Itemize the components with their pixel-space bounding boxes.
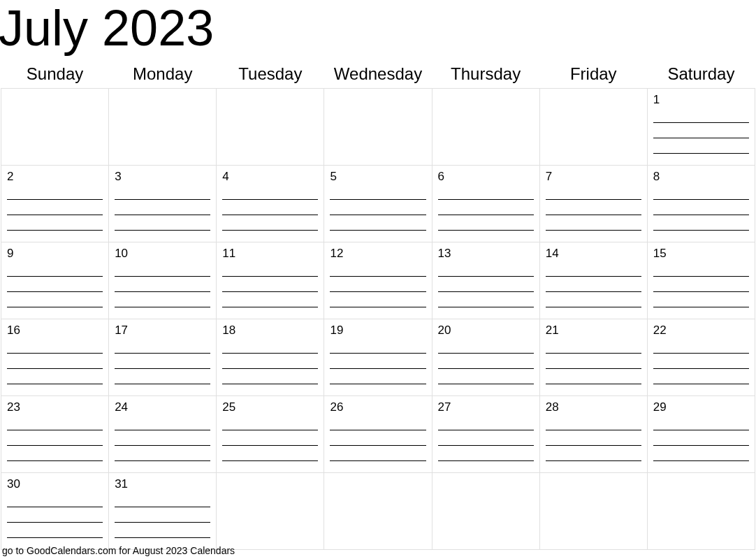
note-lines [7,261,103,307]
note-line [546,338,641,354]
note-line [546,215,641,231]
note-lines [115,492,210,538]
note-line [546,415,641,430]
note-line [653,369,749,384]
note-line [222,215,318,231]
note-lines [115,261,210,307]
calendar-day-cell: 18 [217,319,324,395]
day-number: 6 [438,170,534,184]
note-line [7,369,103,384]
note-line [438,369,534,384]
note-lines [653,338,749,384]
note-lines [7,338,103,384]
day-number: 1 [653,93,749,107]
calendar-day-cell: 25 [217,395,324,472]
note-line [222,415,318,430]
calendar-week-row: 16171819202122 [1,319,755,395]
day-number: 20 [438,324,534,337]
note-line [546,184,641,200]
day-number: 25 [222,400,318,414]
calendar-day-cell: 2 [1,165,109,242]
note-lines [330,415,426,461]
day-number: 4 [222,170,318,184]
calendar-day-cell: 3 [109,165,217,242]
calendar-day-cell: 19 [324,319,432,395]
note-line [653,261,749,277]
note-line [115,369,210,384]
note-line [330,446,426,461]
day-number: 8 [653,170,749,184]
calendar-grid: Sunday Monday Tuesday Wednesday Thursday… [1,61,755,550]
note-line [653,430,749,446]
note-lines [222,261,318,307]
calendar-day-cell: 1 [647,88,755,165]
day-number: 15 [653,247,749,261]
note-line [222,200,318,215]
calendar-day-cell [432,472,539,549]
calendar-day-cell: 12 [324,242,432,319]
note-lines [115,338,210,384]
day-number: 26 [330,400,426,414]
calendar-day-cell: 13 [432,242,539,319]
calendar-day-cell: 17 [109,319,217,395]
note-line [222,277,318,292]
note-line [7,446,103,461]
day-number: 19 [330,324,426,337]
day-number: 22 [653,324,749,337]
day-number: 7 [546,170,641,184]
note-line [653,215,749,231]
note-line [222,369,318,384]
day-number: 10 [115,247,210,261]
note-line [7,415,103,430]
note-line [7,338,103,354]
note-line [330,415,426,430]
day-number: 16 [7,324,103,337]
note-line [115,200,210,215]
calendar-week-row: 1 [1,88,755,165]
note-line [438,292,534,307]
note-line [653,138,749,154]
day-number: 23 [7,400,103,414]
note-line [330,184,426,200]
note-line [438,261,534,277]
day-number: 9 [7,247,103,261]
note-lines [546,184,641,231]
note-lines [222,338,318,384]
note-lines [438,338,534,384]
note-line [115,277,210,292]
day-number: 14 [546,247,641,261]
note-lines [222,415,318,461]
note-line [7,492,103,507]
note-lines [330,261,426,307]
day-number: 29 [653,400,749,414]
calendar-week-row: 3031 [1,472,755,549]
calendar-day-cell [109,88,217,165]
calendar-day-cell: 7 [539,165,647,242]
note-line [546,200,641,215]
note-line [546,354,641,369]
note-line [115,523,210,538]
note-line [330,277,426,292]
note-lines [438,415,534,461]
calendar-day-cell: 20 [432,319,539,395]
weekday-header-row: Sunday Monday Tuesday Wednesday Thursday… [1,61,755,89]
note-line [653,184,749,200]
note-line [7,292,103,307]
day-number: 11 [222,247,318,261]
day-number: 17 [115,324,210,337]
calendar-day-cell [539,472,647,549]
note-lines [115,184,210,231]
note-line [330,338,426,354]
note-lines [222,184,318,231]
calendar-day-cell: 14 [539,242,647,319]
note-line [115,492,210,507]
note-line [438,338,534,354]
weekday-header: Sunday [1,61,109,89]
note-line [653,446,749,461]
note-lines [546,415,641,461]
note-line [438,184,534,200]
calendar-day-cell: 23 [1,395,109,472]
note-line [653,415,749,430]
calendar-day-cell: 26 [324,395,432,472]
note-lines [438,261,534,307]
